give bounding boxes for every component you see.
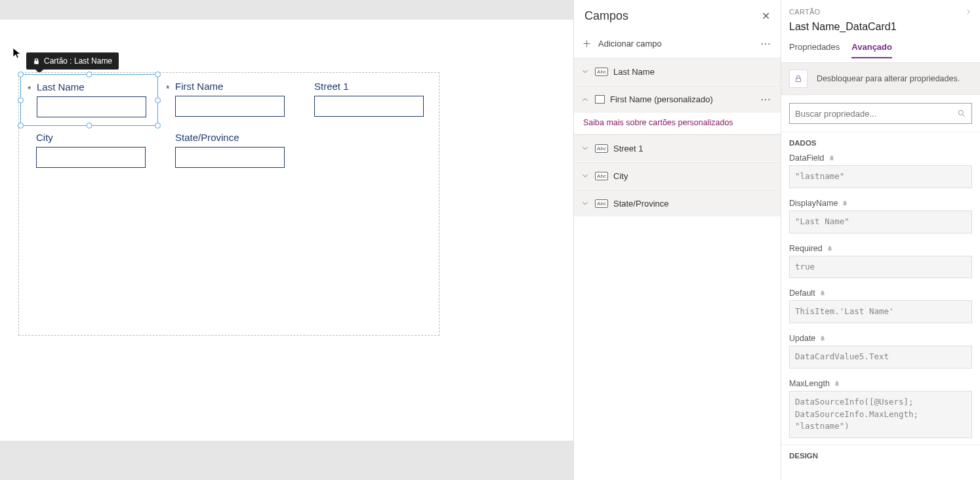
field-name: City: [613, 171, 628, 181]
required-asterisk: *: [166, 83, 169, 94]
field-item[interactable]: AbcStreet 1: [574, 134, 781, 162]
property-row: DisplayName"Last Name": [781, 195, 980, 233]
text-type-icon: Abc: [595, 199, 608, 208]
canvas[interactable]: Cartão : Last Name *Last Name*First Name…: [0, 20, 573, 441]
field-name: Street 1: [613, 144, 643, 153]
card-label: First Name: [175, 81, 291, 92]
chevron-right-icon[interactable]: [964, 8, 972, 16]
more-icon[interactable]: ⋯: [760, 37, 771, 50]
card-input[interactable]: [36, 147, 146, 168]
property-value[interactable]: "lastname": [789, 165, 972, 188]
card-label: Street 1: [314, 81, 430, 92]
close-icon[interactable]: ✕: [762, 10, 770, 22]
section-design: DESIGN: [781, 445, 980, 462]
card-input[interactable]: [175, 96, 285, 117]
text-type-icon: Abc: [595, 144, 608, 153]
lock-icon: [842, 200, 848, 207]
resize-handle[interactable]: [18, 97, 24, 103]
card-input[interactable]: [175, 147, 285, 168]
card-label: State/Province: [175, 132, 291, 143]
property-label: Default: [789, 289, 815, 298]
card-street-1[interactable]: Street 1: [298, 74, 436, 125]
lock-icon: [819, 335, 826, 342]
lock-icon: [819, 290, 826, 296]
fields-panel: Campos ✕ Adicionar campo ⋯ AbcLast NameF…: [573, 0, 781, 480]
chevron-down-icon: [581, 171, 590, 180]
card-state-province[interactable]: State/Province: [159, 125, 297, 176]
section-dados: DADOS: [781, 132, 980, 150]
custom-type-icon: [595, 95, 605, 104]
card-last-name[interactable]: *Last Name: [20, 74, 158, 126]
mouse-cursor-icon: [11, 47, 23, 59]
form-container[interactable]: *Last Name*First NameStreet 1CityState/P…: [18, 72, 439, 336]
property-label: DataField: [789, 153, 825, 163]
panel-kicker: CARTÃO: [789, 8, 820, 16]
property-value[interactable]: "Last Name": [789, 210, 972, 233]
field-name: State/Province: [613, 199, 669, 209]
property-value[interactable]: DataSourceInfo([@Users]; DataSourceInfo.…: [789, 391, 972, 438]
more-icon[interactable]: ⋯: [760, 93, 771, 106]
add-field-label: Adicionar campo: [598, 39, 662, 49]
text-type-icon: Abc: [595, 68, 608, 76]
add-field-row: Adicionar campo ⋯: [574, 37, 781, 58]
text-type-icon: Abc: [595, 172, 608, 180]
field-item[interactable]: AbcState/Province: [574, 190, 781, 217]
card-label: City: [36, 132, 152, 143]
bottom-bar-placeholder: [0, 441, 573, 480]
search-icon: [957, 109, 966, 118]
card-input[interactable]: [314, 96, 424, 117]
svg-point-1: [958, 110, 963, 115]
lock-icon: [33, 58, 40, 65]
lock-icon: [794, 74, 803, 83]
chevron-down-icon: [581, 144, 590, 153]
card-first-name[interactable]: *First Name: [159, 74, 297, 125]
property-row: DataField"lastname": [781, 150, 980, 188]
field-name: First Name (personalizado): [610, 94, 713, 104]
card-input[interactable]: [37, 96, 146, 117]
chevron-down-icon: [581, 67, 590, 76]
selected-element-title: Last Name_DataCard1: [789, 21, 972, 33]
chevron-down-icon: [581, 199, 590, 208]
unlock-text: Desbloquear para alterar propriedades.: [817, 74, 960, 83]
lock-icon: [828, 155, 835, 161]
card-label: Last Name: [37, 81, 151, 92]
property-value[interactable]: true: [789, 256, 972, 279]
canvas-column: Cartão : Last Name *Last Name*First Name…: [0, 0, 573, 480]
lock-icon: [827, 245, 833, 252]
search-input[interactable]: [795, 109, 957, 119]
resize-handle[interactable]: [18, 71, 24, 77]
card-city[interactable]: City: [20, 125, 158, 176]
property-row: Requiredtrue: [781, 240, 980, 279]
field-name: Last Name: [613, 67, 655, 77]
property-value[interactable]: ThisItem.'Last Name': [789, 300, 972, 323]
svg-rect-0: [796, 78, 801, 81]
tab-properties[interactable]: Propriedades: [789, 42, 840, 58]
chevron-up-icon: [581, 95, 590, 104]
tooltip-text: Cartão : Last Name: [44, 56, 112, 66]
property-row: DefaultThisItem.'Last Name': [781, 285, 980, 323]
property-row: MaxLengthDataSourceInfo([@Users]; DataSo…: [781, 375, 980, 438]
properties-panel: CARTÃO Last Name_DataCard1 Propriedades …: [781, 0, 980, 480]
required-asterisk: *: [28, 84, 31, 94]
fields-list: AbcLast NameFirst Name (personalizado)⋯S…: [574, 58, 781, 217]
add-field-button[interactable]: Adicionar campo: [582, 39, 662, 49]
field-item[interactable]: AbcCity: [574, 162, 781, 190]
selection-tooltip: Cartão : Last Name: [26, 52, 119, 70]
field-item[interactable]: First Name (personalizado)⋯: [574, 85, 781, 113]
property-label: Update: [789, 334, 815, 343]
fields-panel-title: Campos: [584, 9, 628, 23]
property-label: MaxLength: [789, 379, 830, 388]
custom-cards-link[interactable]: Saiba mais sobre cartões personalizados: [574, 113, 781, 134]
property-search[interactable]: [789, 103, 972, 124]
property-label: Required: [789, 244, 823, 253]
resize-handle[interactable]: [87, 71, 92, 77]
lock-icon: [834, 380, 840, 387]
field-item[interactable]: AbcLast Name: [574, 58, 781, 85]
unlock-bar[interactable]: Desbloquear para alterar propriedades.: [781, 62, 980, 95]
unlock-button[interactable]: [789, 70, 807, 88]
plus-icon: [582, 39, 592, 49]
property-label: DisplayName: [789, 199, 838, 208]
property-row: UpdateDataCardValue5.Text: [781, 330, 980, 369]
tab-advanced[interactable]: Avançado: [851, 42, 892, 58]
property-value[interactable]: DataCardValue5.Text: [789, 346, 972, 369]
